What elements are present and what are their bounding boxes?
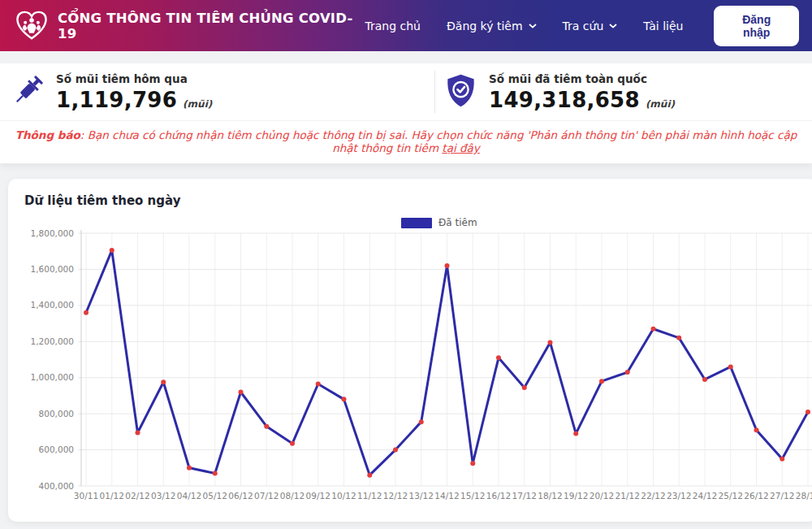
svg-text:22/12: 22/12 [641, 491, 665, 501]
svg-text:20/12: 20/12 [590, 491, 614, 501]
svg-text:19/12: 19/12 [564, 491, 588, 501]
stat-value: 149,318,658 [489, 88, 640, 112]
svg-text:1,800,000: 1,800,000 [31, 228, 74, 238]
notice-banner: Thông báo: Bạn chưa có chứng nhận tiêm c… [0, 120, 812, 163]
nav-label: Đăng ký tiêm [447, 20, 523, 33]
notice-link[interactable]: tại đây [442, 141, 479, 154]
svg-text:18/12: 18/12 [538, 491, 562, 501]
svg-text:09/12: 09/12 [306, 491, 330, 501]
nav-label: Tài liệu [643, 20, 683, 33]
notice-prefix: Thông báo [15, 128, 80, 141]
svg-text:08/12: 08/12 [280, 491, 304, 501]
svg-text:28/12: 28/12 [796, 491, 812, 501]
svg-text:17/12: 17/12 [512, 491, 537, 501]
svg-text:27/12: 27/12 [770, 491, 794, 501]
svg-text:13/12: 13/12 [409, 491, 434, 501]
stat-value: 1,119,796 [56, 88, 177, 112]
svg-text:30/11: 30/11 [74, 491, 98, 501]
stat-text: Số mũi tiêm hôm qua 1,119,796 (mũi) [56, 72, 212, 112]
notice-body: : Bạn chưa có chứng nhận tiêm chủng hoặc… [80, 128, 797, 154]
stat-text: Số mũi đã tiêm toàn quốc 149,318,658 (mũ… [489, 72, 675, 112]
login-button[interactable]: Đăng nhập [714, 6, 799, 46]
chevron-down-icon [609, 24, 617, 28]
svg-text:01/12: 01/12 [100, 491, 124, 501]
nav-item-trang-chu[interactable]: Trang chủ [365, 20, 420, 33]
nav-label: Trang chủ [365, 20, 420, 33]
stats-row: Số mũi tiêm hôm qua 1,119,796 (mũi) Số m… [0, 63, 812, 120]
svg-text:15/12: 15/12 [460, 491, 485, 501]
syringe-icon [11, 73, 45, 111]
shield-check-icon [443, 73, 478, 111]
main-nav: Trang chủ Đăng ký tiêm Tra cứu Tài liệu … [365, 6, 799, 46]
svg-text:800,000: 800,000 [39, 409, 74, 418]
svg-text:1,400,000: 1,400,000 [31, 300, 74, 310]
svg-text:05/12: 05/12 [203, 491, 227, 501]
chevron-down-icon [529, 24, 537, 28]
svg-text:1,000,000: 1,000,000 [31, 372, 74, 382]
svg-text:02/12: 02/12 [125, 491, 149, 501]
svg-text:14/12: 14/12 [434, 491, 459, 501]
stat-national: Số mũi đã tiêm toàn quốc 149,318,658 (mũ… [435, 72, 675, 112]
heart-logo-icon [15, 11, 49, 41]
svg-text:07/12: 07/12 [254, 491, 279, 501]
svg-text:11/12: 11/12 [357, 491, 382, 501]
svg-text:04/12: 04/12 [177, 491, 201, 501]
daily-vaccination-line-chart: 30/1101/1202/1203/1204/1205/1206/1207/12… [8, 179, 812, 522]
nav-item-tra-cuu[interactable]: Tra cứu [563, 20, 618, 33]
stat-unit: (mũi) [646, 98, 675, 110]
stat-label: Số mũi đã tiêm toàn quốc [489, 72, 675, 85]
svg-text:03/12: 03/12 [151, 491, 175, 501]
svg-text:24/12: 24/12 [693, 491, 717, 501]
header: CỔNG THÔNG TIN TIÊM CHỦNG COVID-19 Trang… [0, 0, 812, 51]
nav-item-tai-lieu[interactable]: Tài liệu [643, 20, 683, 33]
svg-text:400,000: 400,000 [39, 481, 74, 491]
svg-text:25/12: 25/12 [719, 491, 743, 501]
stat-yesterday: Số mũi tiêm hôm qua 1,119,796 (mũi) [0, 72, 434, 112]
site-title: CỔNG THÔNG TIN TIÊM CHỦNG COVID-19 [58, 11, 365, 41]
svg-text:600,000: 600,000 [39, 444, 74, 454]
svg-text:21/12: 21/12 [615, 491, 640, 501]
stats-band: Số mũi tiêm hôm qua 1,119,796 (mũi) Số m… [0, 63, 812, 163]
chart-card: Dữ liệu tiêm theo ngày Đã tiêm 30/1101/1… [8, 179, 812, 522]
stat-label: Số mũi tiêm hôm qua [56, 72, 212, 85]
svg-text:1,200,000: 1,200,000 [31, 336, 74, 346]
svg-text:16/12: 16/12 [486, 491, 511, 501]
svg-text:26/12: 26/12 [744, 491, 768, 501]
stat-unit: (mũi) [183, 98, 212, 110]
nav-label: Tra cứu [563, 20, 604, 33]
svg-text:12/12: 12/12 [383, 491, 408, 501]
svg-text:1,600,000: 1,600,000 [31, 264, 74, 274]
nav-item-dang-ky-tiem[interactable]: Đăng ký tiêm [447, 20, 537, 33]
svg-text:10/12: 10/12 [331, 491, 356, 501]
svg-text:06/12: 06/12 [228, 491, 253, 501]
svg-text:23/12: 23/12 [667, 491, 691, 501]
